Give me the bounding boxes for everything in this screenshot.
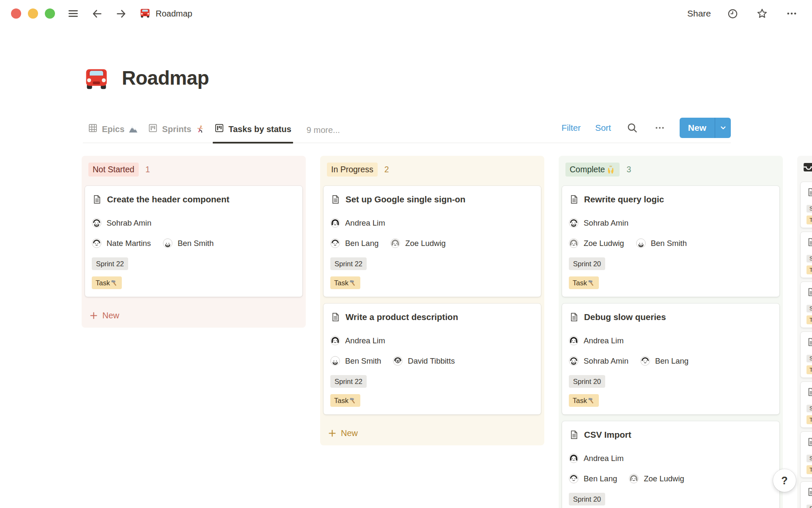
sprint-line: Sprint 22 bbox=[330, 375, 534, 388]
task-tag-line: Task bbox=[330, 394, 534, 407]
assignee: Andrea Lim bbox=[569, 336, 624, 345]
window-close-button[interactable] bbox=[11, 8, 21, 19]
add-card-button[interactable]: New bbox=[324, 425, 541, 441]
card-title: CSV Import bbox=[569, 429, 773, 441]
filter-button[interactable]: Filter bbox=[561, 121, 582, 135]
status-pill-complete[interactable]: Complete bbox=[565, 163, 620, 177]
avatar bbox=[330, 336, 340, 345]
tab-epics[interactable]: Epics bbox=[83, 123, 143, 143]
task-card[interactable]: SprintTask bbox=[801, 332, 812, 378]
task-card[interactable]: SprintTask bbox=[801, 282, 812, 328]
assignee-name: Ben Smith bbox=[178, 239, 214, 248]
view-options-icon[interactable] bbox=[653, 121, 667, 135]
status-label: Not Started bbox=[93, 164, 134, 175]
task-card[interactable]: SprintTask bbox=[801, 382, 812, 428]
assignee-row: Sohrab Amin bbox=[569, 218, 773, 228]
assignee-name: Ben Lang bbox=[655, 356, 689, 366]
forward-arrow-icon[interactable] bbox=[114, 6, 129, 21]
assignee-name: Zoe Ludwig bbox=[644, 474, 684, 483]
task-card[interactable]: SprintTask bbox=[801, 182, 812, 228]
tab-tasks-by-status[interactable]: Tasks by status bbox=[209, 123, 296, 143]
window-zoom-button[interactable] bbox=[45, 8, 55, 19]
back-arrow-icon[interactable] bbox=[90, 6, 104, 21]
avatar bbox=[163, 238, 173, 248]
avatar bbox=[569, 336, 579, 345]
task-tag-label: Task bbox=[809, 317, 812, 323]
assignee-name: David Tibbitts bbox=[408, 356, 455, 366]
column-not-started: Not Started1 Create the header component… bbox=[82, 156, 306, 328]
task-card[interactable]: SprintTask bbox=[801, 482, 812, 508]
assignee-row: Andrea Lim bbox=[569, 336, 773, 345]
task-tag-label: Task bbox=[809, 367, 812, 373]
breadcrumb[interactable]: Roadmap bbox=[140, 7, 192, 20]
add-card-button[interactable]: New bbox=[85, 308, 302, 323]
help-button[interactable]: ? bbox=[773, 469, 796, 492]
assignee-name: Andrea Lim bbox=[584, 336, 624, 345]
card-title bbox=[807, 387, 812, 397]
card-title bbox=[807, 337, 812, 347]
sidebar-menu-icon[interactable] bbox=[66, 6, 80, 21]
task-tag-label: Task bbox=[573, 396, 587, 405]
assignee: Ben Smith bbox=[636, 238, 687, 248]
task-tag-line: Task bbox=[330, 276, 534, 289]
assignee-name: Nate Martins bbox=[107, 239, 151, 248]
favorite-star-icon[interactable] bbox=[754, 6, 770, 21]
sprint-line: Sprint 22 bbox=[330, 257, 534, 270]
task-card[interactable]: Rewrite query logicSohrab AminZoe Ludwig… bbox=[562, 186, 779, 297]
red-car-emoji[interactable] bbox=[84, 65, 109, 91]
task-card[interactable]: Write a product descriptionAndrea LimBen… bbox=[324, 304, 541, 414]
avatar bbox=[629, 474, 639, 483]
hammer-icon bbox=[111, 279, 118, 287]
task-tag-label: Task bbox=[809, 467, 812, 473]
window-minimize-button[interactable] bbox=[28, 8, 38, 19]
task-card[interactable]: Debug slow queriesAndrea LimSohrab AminB… bbox=[562, 304, 779, 414]
status-pill-not-started[interactable]: Not Started bbox=[88, 163, 139, 177]
avatar bbox=[569, 218, 579, 228]
card-title-text: Create the header component bbox=[107, 193, 229, 205]
card-title bbox=[807, 486, 812, 497]
card-title: Create the header component bbox=[92, 193, 296, 205]
task-card[interactable]: CSV ImportAndrea LimBen LangZoe LudwigSp… bbox=[562, 421, 779, 508]
page-icon bbox=[807, 187, 812, 197]
assignee: Zoe Ludwig bbox=[629, 474, 684, 483]
task-card[interactable]: Set up Google single sign-onAndrea LimBe… bbox=[324, 186, 541, 297]
status-label: In Progress bbox=[331, 164, 373, 175]
task-tag: Task bbox=[330, 276, 360, 289]
avatar bbox=[640, 356, 650, 366]
card-title-text: Debug slow queries bbox=[584, 311, 666, 323]
sprint-tag: Sprint 20 bbox=[569, 375, 605, 388]
more-options-icon[interactable] bbox=[784, 6, 799, 21]
assignee-name: Sohrab Amin bbox=[584, 356, 628, 366]
view-controls: Filter Sort New bbox=[561, 118, 731, 138]
new-button[interactable]: New bbox=[680, 118, 715, 138]
task-card[interactable]: Create the header componentSohrab AminNa… bbox=[85, 186, 302, 297]
status-pill-in-progress[interactable]: In Progress bbox=[327, 163, 378, 177]
column-count: 1 bbox=[145, 165, 150, 174]
avatar bbox=[92, 218, 102, 228]
assignee-row: Andrea Lim bbox=[569, 453, 773, 463]
sprint-tag: Sprint bbox=[807, 505, 812, 508]
sort-button[interactable]: Sort bbox=[594, 121, 612, 135]
share-button[interactable]: Share bbox=[687, 8, 711, 19]
search-icon[interactable] bbox=[625, 120, 640, 135]
task-tag-label: Task bbox=[809, 417, 812, 423]
assignee: Sohrab Amin bbox=[569, 218, 628, 228]
more-views-button[interactable]: 9 more... bbox=[302, 125, 344, 143]
status-label: Complete bbox=[570, 164, 605, 175]
card-title: Set up Google single sign-on bbox=[330, 193, 534, 205]
chevron-down-icon[interactable] bbox=[715, 118, 731, 138]
column-header-hidden bbox=[801, 159, 812, 180]
tab-sprints[interactable]: Sprints bbox=[143, 123, 209, 143]
table-view-icon bbox=[88, 123, 98, 135]
avatar bbox=[390, 238, 400, 248]
task-card[interactable]: SprintTask bbox=[801, 232, 812, 278]
column-header-in-progress: In Progress2 bbox=[324, 159, 541, 184]
breadcrumb-label: Roadmap bbox=[156, 9, 192, 19]
mountain-icon bbox=[129, 124, 138, 134]
task-card[interactable]: SprintTask bbox=[801, 432, 812, 478]
assignee-name: Andrea Lim bbox=[345, 336, 385, 345]
sprint-line: Sprint 20 bbox=[569, 493, 773, 505]
topbar: Roadmap Share bbox=[0, 0, 812, 27]
card-title-text: Rewrite query logic bbox=[584, 193, 664, 205]
history-clock-icon[interactable] bbox=[725, 6, 740, 21]
